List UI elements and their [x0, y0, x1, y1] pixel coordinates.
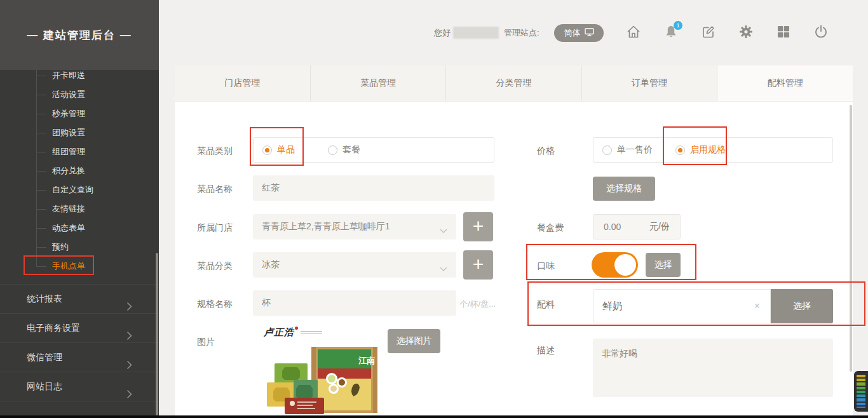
brand-name: 卢正浩	[264, 327, 294, 337]
store-select[interactable]: 青青原上草2,青青原上草咖啡厅1	[253, 214, 456, 239]
sidebar-item-label: 动态表单	[52, 223, 85, 233]
tab-dish-management[interactable]: 菜品管理	[311, 65, 447, 101]
grid-icon	[776, 24, 791, 42]
spec-name-hint: 个/杯/盘...	[459, 299, 496, 310]
dish-name-input[interactable]: 红茶	[253, 175, 494, 201]
sidebar-item-seckill[interactable]: 秒杀管理	[52, 104, 85, 123]
app-title: — 建站管理后台 —	[27, 28, 132, 43]
brand-small-print	[301, 331, 322, 335]
ingredient-choose-button[interactable]: 选择	[771, 289, 833, 323]
chevron-down-icon	[440, 263, 447, 273]
category-value: 冰茶	[262, 259, 280, 271]
sidebar-section-wechat[interactable]: 微信管理	[0, 343, 159, 372]
radio-label-single-price[interactable]: 单一售价	[617, 144, 653, 156]
sidebar-section-ecommerce[interactable]: 电子商务设置	[0, 314, 159, 342]
dish-name-value: 红茶	[262, 182, 280, 194]
radio-single-item[interactable]	[262, 145, 272, 155]
toggle-knob	[614, 254, 636, 276]
sidebar-section-label: 微信管理	[27, 352, 62, 362]
brand-logo: 卢正浩	[264, 327, 322, 339]
taste-toggle[interactable]	[592, 252, 638, 278]
field-label-spec-name: 规格名称	[197, 299, 233, 310]
notifications-button[interactable]: 1	[663, 25, 679, 41]
panel-scrollbar[interactable]	[850, 105, 852, 372]
sidebar-item-group-manage[interactable]: 组团管理	[52, 142, 85, 161]
sidebar-scrollbar[interactable]	[156, 253, 158, 415]
ingredient-choose-label: 选择	[793, 300, 811, 312]
sidebar-item-label: 积分兑换	[52, 166, 85, 175]
chevron-down-icon	[440, 225, 447, 235]
app-logo: — 建站管理后台 —	[0, 0, 159, 70]
settings-button[interactable]	[738, 25, 754, 41]
extension-badge-icon	[854, 371, 868, 412]
tab-order-management[interactable]: 订单管理	[582, 65, 718, 101]
language-button[interactable]: 简体	[554, 24, 604, 42]
radio-set-meal[interactable]	[328, 145, 337, 155]
sidebar-section-label: 电子商务设置	[27, 323, 80, 333]
sidebar-item-dynamic-form[interactable]: 动态表单	[52, 219, 85, 238]
box-fee-input[interactable]: 0.00 元/份	[593, 214, 681, 239]
site-label: 管理站点:	[504, 27, 539, 39]
description-value: 非常好喝	[602, 348, 637, 358]
sidebar-item-label: 组团管理	[52, 147, 85, 156]
field-label-box-fee: 餐盒费	[537, 222, 564, 234]
add-store-button[interactable]	[463, 212, 493, 241]
radio-label-set-meal[interactable]: 套餐	[342, 144, 360, 156]
field-label-dish-type: 菜品类别	[197, 145, 233, 157]
sidebar-item-groupbuy[interactable]: 团购设置	[52, 123, 85, 142]
price-type-group: 单一售价 启用规格	[593, 137, 833, 163]
sidebar-item-points[interactable]: 积分兑换	[52, 161, 85, 180]
sidebar-item-mobile-order[interactable]: 手机点单	[52, 257, 85, 276]
radio-enable-spec[interactable]	[675, 145, 685, 155]
sidebar-item-label: 自定义查询	[52, 185, 93, 194]
field-label-taste: 口味	[537, 260, 555, 272]
clear-icon[interactable]: ×	[754, 301, 760, 311]
radio-label-enable-spec[interactable]: 启用规格	[690, 144, 726, 156]
choose-image-label: 选择图片	[397, 335, 432, 347]
taste-choose-label: 选择	[654, 259, 672, 271]
sidebar-item-label: 秒杀管理	[52, 109, 85, 118]
sidebar-item-links[interactable]: 友情链接	[52, 199, 85, 219]
home-button[interactable]	[625, 25, 642, 41]
field-label-dish-name: 菜品名称	[197, 184, 233, 195]
greeting-text: 您好	[434, 27, 451, 39]
apps-button[interactable]	[775, 25, 792, 41]
language-label: 简体	[564, 27, 581, 39]
tab-ingredient-management[interactable]: 配料管理	[717, 65, 853, 101]
store-value: 青青原上草2,青青原上草咖啡厅1	[262, 221, 390, 233]
tab-category-management[interactable]: 分类管理	[446, 65, 582, 101]
radio-label-single-item[interactable]: 单品	[277, 144, 295, 156]
sidebar-item-activity[interactable]: 活动设置	[52, 85, 85, 104]
sidebar-section-site-log[interactable]: 网站日志	[0, 372, 159, 401]
field-label-description: 描述	[537, 345, 555, 356]
sidebar-item-custom-query[interactable]: 自定义查询	[52, 180, 93, 199]
sidebar-section-label: 网站日志	[27, 381, 62, 391]
dish-type-group: 单品 套餐	[253, 137, 494, 163]
sidebar-item-label: 友情链接	[52, 204, 85, 213]
spec-name-input[interactable]: 杯	[253, 290, 456, 316]
tab-store-management[interactable]: 门店管理	[175, 65, 311, 101]
field-label-store: 所属门店	[197, 222, 233, 234]
taste-choose-button[interactable]: 选择	[646, 253, 681, 277]
logout-button[interactable]	[813, 25, 829, 41]
description-textarea[interactable]: 非常好喝	[593, 339, 833, 397]
sidebar-item-reservation[interactable]: 预约	[52, 238, 69, 257]
tree-line	[36, 69, 37, 266]
sidebar-item-label: 团购设置	[52, 128, 85, 137]
sidebar-item-label: 开卡即送	[52, 71, 85, 80]
category-select[interactable]: 冰茶	[253, 252, 456, 278]
add-category-button[interactable]	[463, 250, 493, 280]
ingredient-input[interactable]: 鲜奶 ×	[593, 289, 771, 323]
home-icon	[626, 24, 641, 42]
photo-box-text: 江南	[358, 356, 375, 365]
tab-label: 配料管理	[768, 78, 803, 89]
choose-spec-button[interactable]: 选择规格	[593, 177, 655, 201]
edit-button[interactable]	[700, 25, 717, 41]
sidebar-section-label: 统计报表	[27, 293, 62, 304]
field-label-category: 菜品分类	[197, 260, 233, 272]
gear-icon	[738, 24, 754, 42]
choose-image-button[interactable]: 选择图片	[388, 329, 440, 353]
power-icon	[813, 24, 829, 42]
sidebar-section-statistics[interactable]: 统计报表	[0, 285, 159, 313]
radio-single-price[interactable]	[602, 145, 612, 155]
